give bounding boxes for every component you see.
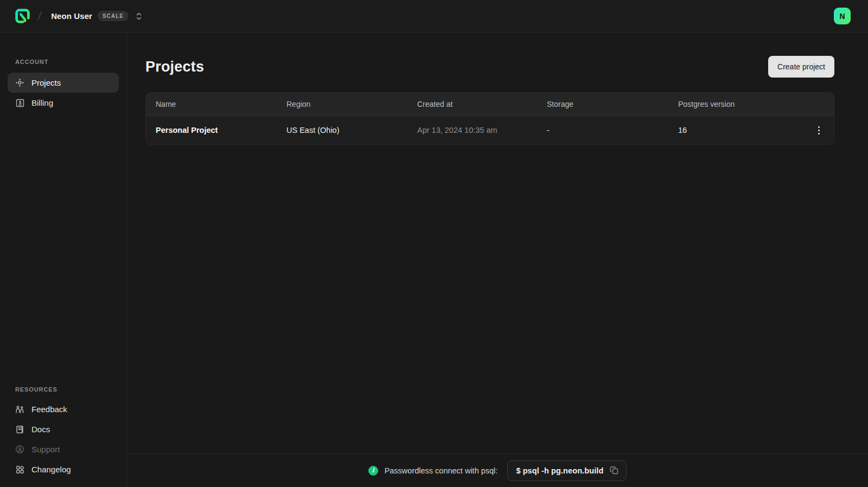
kebab-dot [818, 126, 820, 128]
kebab-dot [818, 130, 820, 131]
column-header-name: Name [146, 100, 277, 108]
plan-badge: SCALE [98, 11, 129, 21]
project-name-cell[interactable]: Personal Project [146, 126, 277, 134]
psql-command-chip: $ psql -h pg.neon.build [507, 460, 627, 481]
column-header-created-at: Created at [407, 100, 537, 108]
sidebar-item-billing[interactable]: $ Billing [8, 93, 119, 113]
sidebar-item-label: Changelog [31, 465, 71, 474]
info-icon: i [368, 466, 378, 476]
column-header-postgres-version: Postgres version [668, 100, 803, 108]
breadcrumb-slash: / [37, 9, 42, 23]
org-switcher-chevrons-icon[interactable] [135, 12, 143, 21]
lifebuoy-icon [15, 445, 24, 454]
top-bar: / Neon User SCALE N [0, 0, 868, 33]
kebab-dot [818, 133, 820, 134]
psql-connect-label: Passwordless connect with psql: [385, 466, 498, 475]
svg-text:$: $ [18, 99, 21, 105]
sidebar-item-docs[interactable]: Docs [8, 419, 119, 439]
column-header-storage: Storage [537, 100, 668, 108]
project-storage-cell: - [537, 126, 668, 134]
sidebar-item-label: Projects [31, 78, 61, 87]
sidebar-item-feedback[interactable]: Feedback [8, 399, 119, 419]
sidebar-item-label: Feedback [31, 405, 67, 414]
project-created-cell: Apr 13, 2024 10:35 am [407, 126, 537, 134]
neon-logo-icon[interactable] [15, 8, 30, 24]
page-title: Projects [145, 59, 204, 75]
sidebar-item-label: Support [31, 445, 60, 454]
sidebar-spacer [8, 113, 119, 386]
psql-connect-bar: i Passwordless connect with psql: $ psql… [127, 453, 868, 487]
sidebar-item-projects[interactable]: Projects [8, 73, 119, 93]
main-area: Projects Create project Name Region Crea… [127, 33, 868, 487]
psql-command-text: $ psql -h pg.neon.build [516, 466, 603, 475]
compass-icon [15, 78, 24, 87]
sidebar-item-support[interactable]: Support [8, 439, 119, 459]
project-region-cell: US East (Ohio) [277, 126, 407, 134]
row-kebab-menu-button[interactable] [811, 123, 826, 138]
sidebar-section-resources: RESOURCES [8, 386, 119, 393]
dollar-square-icon: $ [15, 98, 24, 107]
create-project-button[interactable]: Create project [768, 56, 834, 78]
org-name[interactable]: Neon User [51, 11, 92, 21]
project-postgres-cell: 16 [668, 126, 803, 134]
table-header-row: Name Region Created at Storage Postgres … [146, 93, 834, 116]
sidebar-item-label: Docs [31, 425, 50, 434]
column-header-region: Region [277, 100, 407, 108]
sidebar: ACCOUNT Projects $ B [0, 33, 127, 487]
grid-icon [15, 465, 24, 474]
sidebar-section-account: ACCOUNT [8, 59, 119, 65]
copy-icon[interactable] [610, 466, 619, 475]
sidebar-item-label: Billing [31, 98, 53, 107]
document-icon [15, 425, 24, 434]
user-avatar[interactable]: N [834, 8, 851, 24]
projects-table: Name Region Created at Storage Postgres … [145, 92, 834, 145]
table-row[interactable]: Personal Project US East (Ohio) Apr 13, … [146, 116, 834, 144]
sidebar-item-changelog[interactable]: Changelog [8, 459, 119, 479]
people-icon [15, 405, 24, 414]
